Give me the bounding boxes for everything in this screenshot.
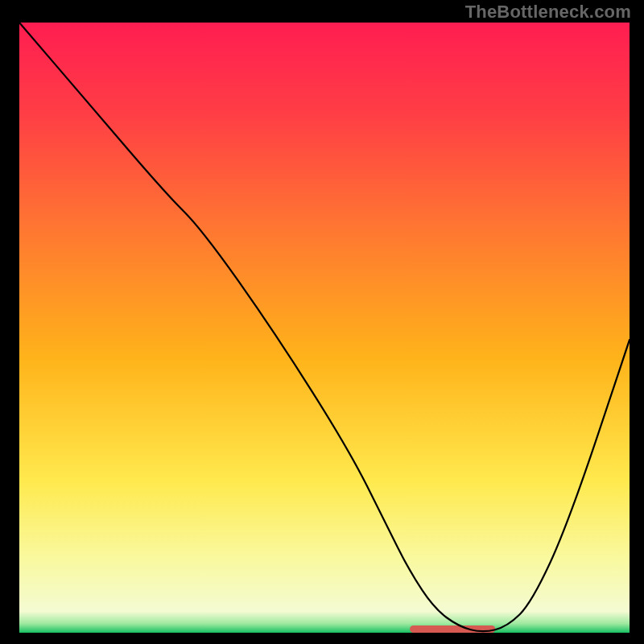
bottleneck-chart — [0, 0, 644, 644]
plot-background-gradient — [19, 23, 630, 633]
watermark-text: TheBottleneck.com — [465, 2, 631, 23]
chart-stage: TheBottleneck.com — [0, 0, 644, 644]
